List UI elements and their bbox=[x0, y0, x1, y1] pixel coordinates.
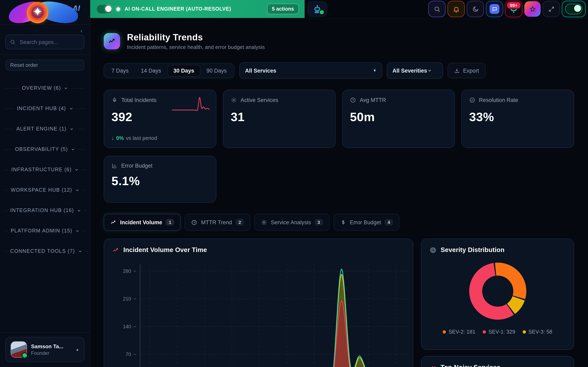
sidebar-item-platform-admin[interactable]: PLATFORM ADMIN (15) bbox=[0, 221, 90, 241]
export-button[interactable]: Export bbox=[448, 63, 485, 78]
alerts-button[interactable]: 99+ bbox=[505, 1, 522, 17]
theme-toggle-button[interactable] bbox=[467, 1, 484, 17]
logo-ai-text: AI bbox=[72, 4, 80, 13]
legend-dot bbox=[483, 330, 486, 333]
chevron-down-icon bbox=[69, 106, 73, 111]
search-input[interactable] bbox=[19, 39, 80, 45]
page-header: Reliability Trends Incident patterns, se… bbox=[104, 32, 574, 50]
chevron-down-icon bbox=[77, 208, 81, 213]
reset-order-button[interactable]: Reset order bbox=[6, 59, 84, 71]
stat-card-total-incidents: Total Incidents 392 ↓ 0% vs last period bbox=[104, 90, 216, 148]
sidebar-item-workspace-hub[interactable]: WORKSPACE HUB (12) bbox=[0, 180, 90, 200]
fullscreen-button[interactable] bbox=[543, 1, 560, 17]
search-icon bbox=[433, 6, 440, 12]
stat-label: Resolution Rate bbox=[479, 97, 518, 103]
incidents-sparkline bbox=[171, 95, 210, 113]
ai-assistant-button[interactable] bbox=[307, 1, 328, 17]
legend-item-sev2: SEV-2: 181 bbox=[443, 329, 476, 335]
chat-bubble-icon bbox=[492, 6, 497, 12]
chevron-down-icon bbox=[75, 229, 80, 233]
global-toggle[interactable] bbox=[562, 1, 586, 17]
incident-volume-chart: 70140210280 bbox=[104, 259, 413, 367]
search-button[interactable] bbox=[428, 1, 445, 17]
sidebar-collapse-icon[interactable]: ‹ bbox=[80, 28, 82, 33]
moon-icon bbox=[472, 6, 479, 12]
filter-bar: 7 Days 14 Days 30 Days 90 Days All Servi… bbox=[104, 62, 574, 79]
user-profile-card[interactable]: Samson Ta... Founder ▲ bbox=[5, 337, 85, 362]
chart-tabs: Incident Volume1 MTTR Trend2 Service Ana… bbox=[104, 214, 574, 231]
delta-note: vs last period bbox=[126, 135, 157, 141]
favorites-button[interactable] bbox=[524, 1, 541, 17]
range-14-days[interactable]: 14 Days bbox=[135, 65, 167, 76]
tab-mttr-trend[interactable]: MTTR Trend2 bbox=[185, 214, 251, 231]
sidebar-search[interactable] bbox=[5, 35, 85, 49]
tab-error-budget[interactable]: Error Budget4 bbox=[333, 214, 399, 231]
user-divider bbox=[0, 332, 90, 333]
chevron-down-icon bbox=[64, 86, 68, 90]
chevron-down-icon bbox=[75, 167, 79, 172]
svg-text:210: 210 bbox=[123, 296, 131, 301]
stat-card-active-services: Active Services 31 bbox=[223, 90, 336, 148]
page-title: Reliability Trends bbox=[127, 32, 265, 43]
user-name: Samson Ta... bbox=[31, 343, 63, 349]
stat-label: Error Budget bbox=[121, 163, 153, 169]
trend-up-icon bbox=[110, 219, 116, 225]
severity-distribution-panel: Severity Distribution SEV-2: 181 SEV-1: … bbox=[421, 239, 574, 350]
legend-dot bbox=[523, 330, 526, 333]
dollar-icon bbox=[340, 219, 346, 225]
sidebar-item-overview[interactable]: OVERVIEW (6) bbox=[0, 78, 90, 98]
sidebar-item-integration-hub[interactable]: INTEGRATION HUB (16) bbox=[0, 200, 90, 221]
panel-title: Top Noisy Services bbox=[441, 364, 501, 367]
speaker-icon bbox=[430, 364, 437, 367]
stat-value: 50m bbox=[350, 110, 447, 124]
tab-service-analysis[interactable]: Service Analysis3 bbox=[255, 214, 329, 231]
trend-up-icon bbox=[104, 33, 120, 49]
sidebar-item-alert-engine[interactable]: ALERT ENGINE (1) bbox=[0, 119, 90, 139]
sidebar-item-label: CONNECTED TOOLS (7) bbox=[10, 248, 75, 254]
range-30-days[interactable]: 30 Days bbox=[167, 65, 200, 76]
stat-label: Avg MTTR bbox=[360, 97, 386, 103]
tab-badge: 1 bbox=[166, 219, 174, 225]
check-circle-icon bbox=[469, 97, 475, 103]
ai-oncall-toggle[interactable] bbox=[96, 4, 113, 14]
stat-card-avg-mttr: Avg MTTR 50m bbox=[342, 90, 455, 148]
time-range-segmented-control: 7 Days 14 Days 30 Days 90 Days bbox=[104, 63, 234, 78]
sidebar-divider bbox=[0, 25, 90, 25]
range-90-days[interactable]: 90 Days bbox=[200, 65, 233, 76]
sidebar-footer: Samson Ta... Founder ▲ bbox=[0, 332, 90, 367]
sidebar-nav: OVERVIEW (6) INCIDENT HUB (4) ALERT ENGI… bbox=[0, 78, 90, 261]
star-icon bbox=[529, 6, 536, 12]
robot-status-dot bbox=[319, 9, 325, 15]
right-column: Severity Distribution SEV-2: 181 SEV-1: … bbox=[421, 239, 574, 367]
range-7-days[interactable]: 7 Days bbox=[105, 65, 135, 76]
clock-icon bbox=[191, 219, 198, 225]
sidebar-item-connected-tools[interactable]: CONNECTED TOOLS (7) bbox=[0, 241, 90, 261]
target-icon bbox=[430, 247, 437, 253]
sidebar-item-observability[interactable]: OBSERVABILITY (5) bbox=[0, 139, 90, 159]
download-icon bbox=[454, 68, 460, 73]
actions-count-button[interactable]: 5 actions bbox=[267, 4, 299, 14]
stat-card-error-budget: Error Budget 5.1% bbox=[104, 156, 216, 203]
panels-row: Incident Volume Over Time 70140210280 Se… bbox=[104, 239, 574, 367]
bot-smile-icon bbox=[510, 7, 517, 14]
gear-icon bbox=[231, 97, 237, 103]
sidebar-item-label: ALERT ENGINE (1) bbox=[16, 126, 67, 132]
severities-select-value: All Severities bbox=[392, 67, 427, 74]
services-select[interactable]: All Services ▼ bbox=[239, 62, 382, 79]
sidebar-item-infrastructure[interactable]: INFRASTRUCTURE (6) bbox=[0, 159, 90, 180]
svg-text:140: 140 bbox=[123, 324, 131, 329]
stat-card-resolution-rate: Resolution Rate 33% bbox=[461, 90, 574, 148]
search-icon bbox=[10, 39, 16, 45]
sidebar: ✦ AI ‹ Reset order OVERVIEW (6) INCIDENT… bbox=[0, 0, 90, 367]
sidebar-item-label: INCIDENT HUB (4) bbox=[17, 106, 66, 111]
chevron-down-icon bbox=[69, 127, 74, 131]
sidebar-item-incident-hub[interactable]: INCIDENT HUB (4) bbox=[0, 98, 90, 119]
severities-select[interactable]: All Severities bbox=[387, 62, 443, 79]
avatar bbox=[11, 341, 27, 358]
chat-button[interactable] bbox=[486, 1, 503, 17]
sidebar-item-label: OBSERVABILITY (5) bbox=[15, 146, 68, 152]
incident-volume-panel: Incident Volume Over Time 70140210280 bbox=[104, 239, 413, 367]
user-role: Founder bbox=[31, 350, 63, 356]
tab-incident-volume[interactable]: Incident Volume1 bbox=[104, 214, 181, 231]
notifications-button[interactable] bbox=[448, 1, 465, 17]
